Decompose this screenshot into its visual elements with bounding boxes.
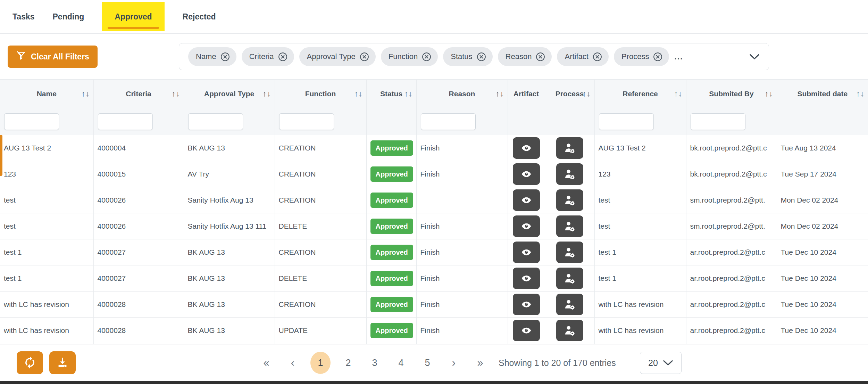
criteria-cell: 4000026 [93,187,184,213]
tab-pending[interactable]: Pending [53,12,84,22]
submitted_date-cell: Tue Dec 10 2024 [777,318,868,344]
filter-chip[interactable]: Process [614,47,669,66]
sort-icon[interactable]: ↑↓ [765,89,773,98]
pagination-page-4[interactable]: 4 [392,358,410,368]
view-artifact-button[interactable] [513,242,540,263]
tab-rejected[interactable]: Rejected [183,12,216,22]
filter-chip[interactable]: Approval Type [299,47,376,66]
process-user-button[interactable] [556,268,583,289]
function-cell: CREATION [275,187,366,213]
view-artifact-button[interactable] [513,215,540,237]
sort-icon[interactable]: ↑↓ [856,89,865,98]
process-user-button[interactable] [556,320,583,341]
tab-approved[interactable]: Approved [102,2,164,31]
process-user-button[interactable] [556,294,583,315]
column-header-process[interactable]: Process↑↓ [545,80,594,108]
pagination-page-1[interactable]: 1 [310,352,331,374]
approval_type-filter-input[interactable] [188,113,243,130]
table-row: AUG 13 Test 24000004BK AUG 13CREATIONApp… [0,135,868,161]
process-user-button[interactable] [556,163,583,185]
approval_type-cell: Sanity Hotfix Aug 13 111 [184,213,275,239]
remove-chip-icon[interactable] [220,52,230,62]
column-header-criteria[interactable]: Criteria↑↓ [93,80,184,108]
column-header-submitted_by[interactable]: Submited By↑↓ [686,80,777,108]
reference-filter-input[interactable] [599,113,654,130]
sort-icon[interactable]: ↑↓ [404,89,413,98]
remove-chip-icon[interactable] [653,52,663,62]
name-filter-input[interactable] [4,113,59,130]
view-artifact-button[interactable] [513,163,540,185]
pagination-prev[interactable]: ‹ [284,357,301,369]
refresh-button[interactable] [17,351,43,374]
column-label: Function [305,90,336,98]
filter-chip-label: Function [389,52,418,61]
remove-chip-icon[interactable] [278,52,288,62]
filter-chip[interactable]: Reason [498,47,552,66]
status-cell: Approved [366,265,416,292]
tab-tasks[interactable]: Tasks [12,12,35,22]
submitted_by-cell: bk.root.preprod.2@ptt.c [686,161,777,187]
clear-all-filters-button[interactable]: Clear All Filters [8,46,98,68]
sort-icon[interactable]: ↑↓ [496,89,504,98]
filter-chip[interactable]: Status [443,47,492,66]
view-artifact-button[interactable] [513,320,540,341]
process-user-button[interactable] [556,137,583,159]
sort-icon[interactable]: ↑↓ [263,89,271,98]
remove-chip-icon[interactable] [592,52,602,62]
sort-icon[interactable]: ↑↓ [82,89,90,98]
status-badge: Approved [370,245,413,260]
column-header-submitted_date[interactable]: Submited date↑↓ [777,80,868,108]
column-header-approval_type[interactable]: Approval Type↑↓ [184,80,275,108]
pagination-page-5[interactable]: 5 [419,358,436,368]
process-user-button[interactable] [556,215,583,237]
reference-cell: test 1 [594,265,686,292]
sort-icon[interactable]: ↑↓ [172,89,180,98]
filter-chip[interactable]: Function [381,47,438,66]
remove-chip-icon[interactable] [476,52,486,62]
view-artifact-button[interactable] [513,268,540,289]
sort-icon[interactable]: ↑↓ [354,89,363,98]
pagination-next[interactable]: › [445,357,462,369]
submitted_date-cell: Tue Dec 10 2024 [777,265,868,292]
column-header-function[interactable]: Function↑↓ [275,80,366,108]
horizontal-scrollbar[interactable] [0,381,868,384]
vertical-scrollbar-thumb[interactable] [0,135,2,176]
name-cell: with LC has revision [0,292,93,318]
column-header-name[interactable]: Name↑↓ [0,80,93,108]
remove-chip-icon[interactable] [359,52,369,62]
filter-chip[interactable]: Artifact [557,47,608,66]
page-size-select[interactable]: 20 [640,352,682,374]
tab-approved-label: Approved [115,12,152,22]
remove-chip-icon[interactable] [422,52,432,62]
pagination-page-2[interactable]: 2 [340,358,357,368]
download-button[interactable] [49,351,76,374]
pagination-first[interactable]: « [258,357,275,369]
artifact-cell [508,265,545,292]
pagination-page-3[interactable]: 3 [366,358,383,368]
approval_type-cell: BK AUG 13 [184,265,275,292]
criteria-filter-input[interactable] [98,113,153,130]
reason-filter-input[interactable] [421,113,476,130]
table-header-row: Name↑↓Criteria↑↓Approval Type↑↓Function↑… [0,80,868,108]
remove-chip-icon[interactable] [535,52,545,62]
function-filter-input[interactable] [279,113,334,130]
process-user-button[interactable] [556,242,583,263]
sort-icon[interactable]: ↑↓ [583,89,591,98]
process-user-button[interactable] [556,189,583,211]
sort-icon[interactable]: ↑↓ [674,89,683,98]
column-label: Submited date [797,90,848,98]
filter-chip[interactable]: Criteria [242,47,294,66]
filter-chip[interactable]: Name [188,47,236,66]
submitted_date-cell: Mon Dec 02 2024 [777,213,868,239]
view-artifact-button[interactable] [513,137,540,159]
column-header-status[interactable]: Status↑↓ [366,80,416,108]
refresh-icon [23,356,36,370]
chevron-down-icon[interactable] [749,54,760,60]
view-artifact-button[interactable] [513,294,540,315]
pagination-last[interactable]: » [471,357,489,369]
submitted_by-filter-input[interactable] [691,113,745,130]
column-header-reason[interactable]: Reason↑↓ [416,80,508,108]
column-header-reference[interactable]: Reference↑↓ [594,80,686,108]
filter-chip-label: Process [621,52,649,61]
view-artifact-button[interactable] [513,189,540,211]
